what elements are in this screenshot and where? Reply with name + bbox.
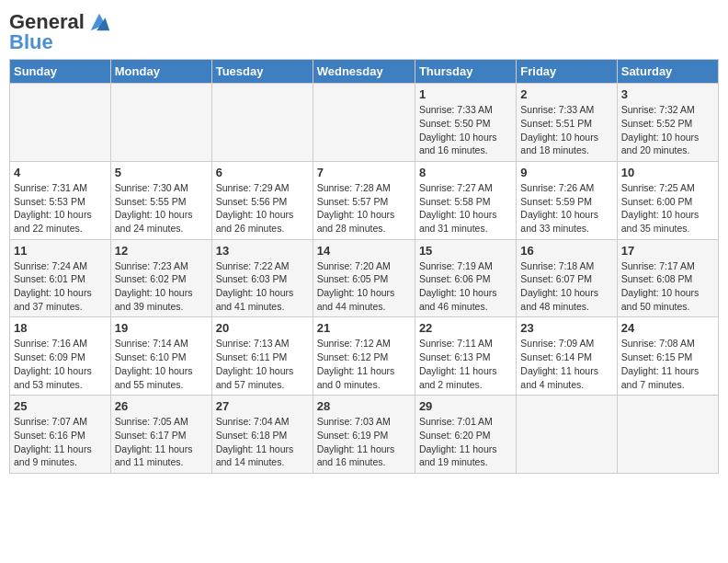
calendar-cell: 17Sunrise: 7:17 AM Sunset: 6:08 PM Dayli… <box>617 239 718 317</box>
day-number: 23 <box>520 321 612 335</box>
day-info: Sunrise: 7:17 AM Sunset: 6:08 PM Dayligh… <box>621 259 714 314</box>
day-info: Sunrise: 7:09 AM Sunset: 6:14 PM Dayligh… <box>520 337 612 391</box>
day-info: Sunrise: 7:19 AM Sunset: 6:06 PM Dayligh… <box>419 259 512 314</box>
calendar-cell: 19Sunrise: 7:14 AM Sunset: 6:10 PM Dayli… <box>110 317 211 396</box>
calendar-cell <box>313 84 415 162</box>
day-number: 20 <box>216 321 309 335</box>
day-number: 29 <box>419 399 512 413</box>
day-number: 17 <box>621 244 714 258</box>
calendar-cell: 22Sunrise: 7:11 AM Sunset: 6:13 PM Dayli… <box>415 317 516 396</box>
day-info: Sunrise: 7:22 AM Sunset: 6:03 PM Dayligh… <box>216 259 309 314</box>
weekday-header-thursday: Thursday <box>415 60 516 84</box>
calendar-cell: 21Sunrise: 7:12 AM Sunset: 6:12 PM Dayli… <box>313 317 415 396</box>
calendar-week-5: 25Sunrise: 7:07 AM Sunset: 6:16 PM Dayli… <box>10 396 719 474</box>
calendar-cell: 23Sunrise: 7:09 AM Sunset: 6:14 PM Dayli… <box>517 317 617 396</box>
day-number: 7 <box>317 166 411 179</box>
day-info: Sunrise: 7:05 AM Sunset: 6:17 PM Dayligh… <box>115 415 208 469</box>
weekday-header-saturday: Saturday <box>617 60 718 84</box>
calendar-cell <box>110 84 211 162</box>
day-info: Sunrise: 7:14 AM Sunset: 6:10 PM Dayligh… <box>115 337 208 391</box>
day-info: Sunrise: 7:11 AM Sunset: 6:13 PM Dayligh… <box>419 337 512 391</box>
weekday-header-sunday: Sunday <box>10 60 111 84</box>
calendar-cell: 10Sunrise: 7:25 AM Sunset: 6:00 PM Dayli… <box>617 161 718 239</box>
calendar-week-3: 11Sunrise: 7:24 AM Sunset: 6:01 PM Dayli… <box>10 239 719 317</box>
calendar-cell <box>617 396 718 474</box>
day-number: 25 <box>14 399 107 413</box>
weekday-header-wednesday: Wednesday <box>313 60 415 84</box>
calendar-cell: 13Sunrise: 7:22 AM Sunset: 6:03 PM Dayli… <box>211 239 313 317</box>
day-info: Sunrise: 7:01 AM Sunset: 6:20 PM Dayligh… <box>419 415 512 469</box>
day-number: 8 <box>419 166 512 179</box>
calendar-cell: 8Sunrise: 7:27 AM Sunset: 5:58 PM Daylig… <box>415 161 516 239</box>
weekday-header-monday: Monday <box>110 60 211 84</box>
calendar-cell: 6Sunrise: 7:29 AM Sunset: 5:56 PM Daylig… <box>211 161 313 239</box>
day-number: 3 <box>621 87 714 101</box>
calendar-week-2: 4Sunrise: 7:31 AM Sunset: 5:53 PM Daylig… <box>10 161 719 239</box>
calendar-week-4: 18Sunrise: 7:16 AM Sunset: 6:09 PM Dayli… <box>10 317 719 396</box>
day-info: Sunrise: 7:07 AM Sunset: 6:16 PM Dayligh… <box>14 415 107 469</box>
day-info: Sunrise: 7:08 AM Sunset: 6:15 PM Dayligh… <box>621 337 714 391</box>
day-number: 21 <box>317 321 411 335</box>
logo-icon <box>86 9 112 35</box>
calendar-cell: 12Sunrise: 7:23 AM Sunset: 6:02 PM Dayli… <box>110 239 211 317</box>
day-number: 26 <box>115 399 208 413</box>
day-info: Sunrise: 7:25 AM Sunset: 6:00 PM Dayligh… <box>621 181 714 236</box>
calendar-cell: 26Sunrise: 7:05 AM Sunset: 6:17 PM Dayli… <box>110 396 211 474</box>
day-number: 27 <box>216 399 309 413</box>
calendar-cell <box>517 396 617 474</box>
day-info: Sunrise: 7:33 AM Sunset: 5:51 PM Dayligh… <box>520 103 612 157</box>
day-number: 19 <box>115 321 208 335</box>
day-number: 6 <box>216 166 309 179</box>
calendar-cell <box>10 84 111 162</box>
calendar-cell: 16Sunrise: 7:18 AM Sunset: 6:07 PM Dayli… <box>517 239 617 317</box>
day-number: 1 <box>419 87 512 101</box>
day-info: Sunrise: 7:03 AM Sunset: 6:19 PM Dayligh… <box>317 415 411 469</box>
calendar-cell: 5Sunrise: 7:30 AM Sunset: 5:55 PM Daylig… <box>110 161 211 239</box>
day-info: Sunrise: 7:13 AM Sunset: 6:11 PM Dayligh… <box>216 337 309 391</box>
calendar-cell: 25Sunrise: 7:07 AM Sunset: 6:16 PM Dayli… <box>10 396 111 474</box>
day-info: Sunrise: 7:20 AM Sunset: 6:05 PM Dayligh… <box>317 259 411 314</box>
day-info: Sunrise: 7:28 AM Sunset: 5:57 PM Dayligh… <box>317 181 411 236</box>
day-info: Sunrise: 7:23 AM Sunset: 6:02 PM Dayligh… <box>115 259 208 314</box>
day-info: Sunrise: 7:29 AM Sunset: 5:56 PM Dayligh… <box>216 181 309 236</box>
calendar-cell: 24Sunrise: 7:08 AM Sunset: 6:15 PM Dayli… <box>617 317 718 396</box>
calendar-cell: 27Sunrise: 7:04 AM Sunset: 6:18 PM Dayli… <box>211 396 313 474</box>
day-info: Sunrise: 7:16 AM Sunset: 6:09 PM Dayligh… <box>14 337 107 391</box>
day-number: 5 <box>115 166 208 179</box>
day-info: Sunrise: 7:32 AM Sunset: 5:52 PM Dayligh… <box>621 103 714 157</box>
day-number: 4 <box>14 166 107 179</box>
day-number: 16 <box>520 244 612 258</box>
weekday-header-friday: Friday <box>517 60 617 84</box>
logo: General Blue <box>9 9 112 53</box>
day-info: Sunrise: 7:33 AM Sunset: 5:50 PM Dayligh… <box>419 103 512 157</box>
day-number: 12 <box>115 244 208 258</box>
calendar-cell <box>211 84 313 162</box>
day-info: Sunrise: 7:26 AM Sunset: 5:59 PM Dayligh… <box>520 181 612 236</box>
calendar-cell: 9Sunrise: 7:26 AM Sunset: 5:59 PM Daylig… <box>517 161 617 239</box>
day-number: 9 <box>520 166 612 179</box>
day-number: 2 <box>520 87 612 101</box>
calendar-cell: 14Sunrise: 7:20 AM Sunset: 6:05 PM Dayli… <box>313 239 415 317</box>
calendar-table: SundayMondayTuesdayWednesdayThursdayFrid… <box>9 59 719 474</box>
page-header: General Blue <box>9 9 719 53</box>
calendar-week-1: 1Sunrise: 7:33 AM Sunset: 5:50 PM Daylig… <box>10 84 719 162</box>
day-number: 18 <box>14 321 107 335</box>
calendar-cell: 4Sunrise: 7:31 AM Sunset: 5:53 PM Daylig… <box>10 161 111 239</box>
calendar-header-row: SundayMondayTuesdayWednesdayThursdayFrid… <box>10 60 719 84</box>
calendar-cell: 11Sunrise: 7:24 AM Sunset: 6:01 PM Dayli… <box>10 239 111 317</box>
calendar-cell: 1Sunrise: 7:33 AM Sunset: 5:50 PM Daylig… <box>415 84 516 162</box>
calendar-cell: 20Sunrise: 7:13 AM Sunset: 6:11 PM Dayli… <box>211 317 313 396</box>
calendar-cell: 18Sunrise: 7:16 AM Sunset: 6:09 PM Dayli… <box>10 317 111 396</box>
weekday-header-tuesday: Tuesday <box>211 60 313 84</box>
day-info: Sunrise: 7:31 AM Sunset: 5:53 PM Dayligh… <box>14 181 107 236</box>
calendar-cell: 7Sunrise: 7:28 AM Sunset: 5:57 PM Daylig… <box>313 161 415 239</box>
calendar-cell: 28Sunrise: 7:03 AM Sunset: 6:19 PM Dayli… <box>313 396 415 474</box>
day-info: Sunrise: 7:12 AM Sunset: 6:12 PM Dayligh… <box>317 337 411 391</box>
day-number: 13 <box>216 244 309 258</box>
day-number: 10 <box>621 166 714 179</box>
calendar-cell: 15Sunrise: 7:19 AM Sunset: 6:06 PM Dayli… <box>415 239 516 317</box>
calendar-cell: 3Sunrise: 7:32 AM Sunset: 5:52 PM Daylig… <box>617 84 718 162</box>
day-number: 22 <box>419 321 512 335</box>
day-info: Sunrise: 7:27 AM Sunset: 5:58 PM Dayligh… <box>419 181 512 236</box>
day-number: 28 <box>317 399 411 413</box>
